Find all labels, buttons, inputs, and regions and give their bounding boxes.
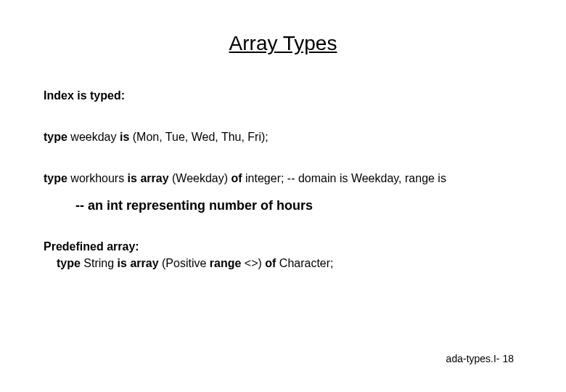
keyword-is-array: is array [118, 257, 159, 269]
slide: Array Types Index is typed: type weekday… [0, 0, 566, 392]
slide-footer: ada-types.I- 18 [446, 353, 514, 364]
string-index-open: (Positive [159, 257, 210, 269]
predefined-label: Predefined array: [44, 240, 522, 255]
weekday-enum: (Mon, Tue, Wed, Thu, Fri); [129, 131, 268, 143]
string-decl: type String is array (Positive range <>)… [57, 256, 522, 271]
workhours-rest: integer; -- domain is Weekday, range is [242, 172, 446, 184]
ident-weekday: weekday [67, 131, 120, 143]
keyword-of: of [265, 257, 276, 269]
workhours-index: (Weekday) [169, 172, 231, 184]
workhours-decl: type workhours is array (Weekday) of int… [44, 171, 522, 187]
string-range-rest: <>) [241, 257, 265, 269]
slide-body: Index is typed: type weekday is (Mon, Tu… [0, 89, 566, 271]
page-title: Array Types [0, 0, 566, 55]
keyword-type: type [44, 172, 67, 184]
index-typed-line: Index is typed: [44, 89, 522, 104]
keyword-of: of [231, 172, 242, 184]
keyword-is-array: is array [128, 172, 169, 184]
ident-string: String [81, 257, 118, 269]
string-tail: Character; [276, 257, 333, 269]
keyword-is: is [120, 131, 129, 143]
keyword-type: type [57, 257, 81, 269]
weekday-decl: type weekday is (Mon, Tue, Wed, Thu, Fri… [44, 130, 522, 145]
keyword-range: range [210, 257, 242, 269]
comment-line: -- an int representing number of hours [75, 197, 522, 214]
ident-workhours: workhours [67, 172, 128, 184]
keyword-type: type [44, 131, 67, 143]
